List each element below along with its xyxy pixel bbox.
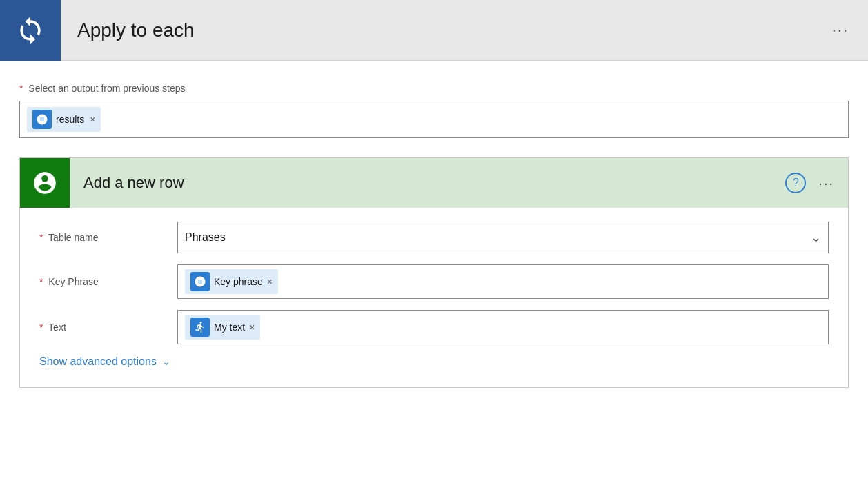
loop-icon (15, 15, 46, 46)
apply-to-each-header: Apply to each ··· (0, 0, 868, 61)
show-advanced-label: Show advanced options (39, 355, 157, 368)
table-name-value: Phrases (185, 231, 226, 244)
add-new-row-card: Add a new row ? ··· * Table name Phrases… (19, 157, 849, 388)
table-name-row: * Table name Phrases ⌄ (39, 222, 829, 253)
card-header-icon (20, 158, 70, 208)
card-header: Add a new row ? ··· (20, 158, 848, 208)
text-input[interactable]: My text × (177, 310, 829, 344)
table-name-label: * Table name (39, 232, 177, 243)
header-icon (0, 0, 61, 61)
dataverse-icon (32, 170, 58, 196)
my-text-token-close[interactable]: × (249, 322, 255, 333)
required-star: * (19, 83, 23, 94)
text-row: * Text My text × (39, 310, 829, 344)
my-text-token-label: My text (214, 322, 245, 333)
help-button[interactable]: ? (785, 173, 806, 193)
key-phrase-token-label: Key phrase (214, 276, 263, 287)
card-header-actions: ? ··· (785, 173, 834, 193)
key-phrase-token-icon (190, 272, 210, 291)
output-section-label: * Select an output from previous steps (19, 83, 849, 94)
card-more-button[interactable]: ··· (818, 175, 834, 191)
key-phrase-token[interactable]: Key phrase × (185, 269, 278, 294)
text-label: * Text (39, 322, 177, 333)
card-title: Add a new row (83, 174, 785, 192)
output-input[interactable]: results × (19, 101, 849, 138)
table-name-select[interactable]: Phrases ⌄ (177, 222, 829, 253)
card-body: * Table name Phrases ⌄ * Key Phrase (20, 208, 848, 387)
flow-icon-sm (194, 275, 206, 288)
key-phrase-label: * Key Phrase (39, 276, 177, 287)
results-token-label: results (56, 114, 84, 125)
flow-icon (36, 113, 48, 126)
results-token[interactable]: results × (27, 107, 101, 132)
header-title: Apply to each (77, 19, 832, 41)
show-advanced-button[interactable]: Show advanced options ⌄ (39, 355, 829, 368)
results-token-close[interactable]: × (90, 114, 95, 125)
table-name-chevron: ⌄ (811, 230, 821, 245)
my-text-token-icon (190, 318, 210, 337)
my-text-token[interactable]: My text × (185, 315, 260, 340)
key-phrase-row: * Key Phrase Key phrase × (39, 264, 829, 299)
key-phrase-input[interactable]: Key phrase × (177, 264, 829, 299)
results-token-icon (32, 110, 52, 129)
show-advanced-chevron: ⌄ (162, 356, 170, 367)
pointer-icon (194, 321, 206, 333)
main-content: * Select an output from previous steps r… (0, 61, 868, 497)
key-phrase-token-close[interactable]: × (267, 276, 273, 287)
header-more-button[interactable]: ··· (832, 21, 849, 39)
